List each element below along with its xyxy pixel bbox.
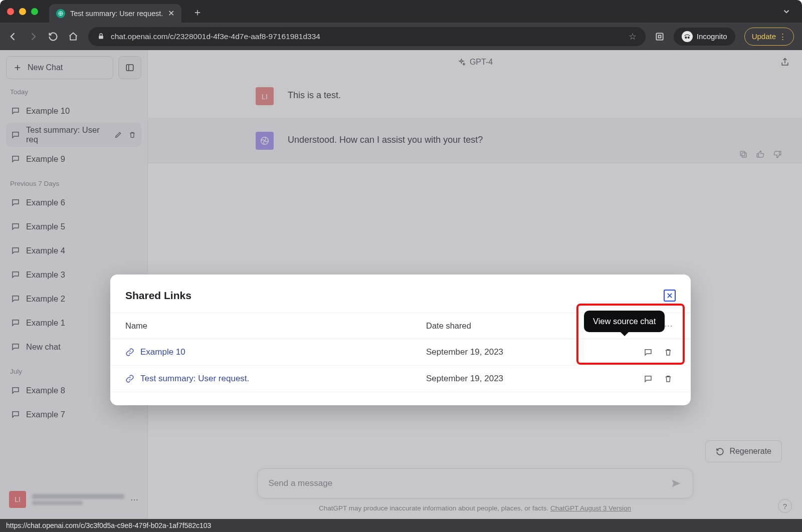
delete-link-icon[interactable] [664,348,673,357]
forward-button[interactable] [28,32,39,42]
modal-title: Shared Links [125,290,191,302]
tooltip-view-source: View source chat [584,311,665,332]
table-row: Test summary: User request. September 19… [110,366,691,392]
shared-links-modal: Shared Links Name Date shared ⋯ Example … [110,275,691,405]
tab-strip: Test summary: User request. ✕ ＋ [0,0,802,23]
view-source-icon[interactable] [644,348,653,357]
shared-link-name[interactable]: Example 10 [140,347,185,357]
address-bar[interactable]: chat.openai.com/c/2328001d-4f3e-4d7e-aaf… [88,27,646,46]
svg-rect-3 [658,35,661,38]
close-window-icon[interactable] [7,8,14,15]
tab-overflow-icon[interactable] [782,7,795,16]
svg-point-4 [685,36,687,38]
col-name: Name [125,321,426,331]
back-button[interactable] [8,32,19,42]
lock-icon [97,33,105,40]
link-icon [125,348,134,357]
minimize-window-icon[interactable] [19,8,26,15]
status-url: https://chat.openai.com/c/3c3f0d5a-c9e8-… [6,521,211,529]
svg-rect-1 [99,36,103,39]
app-body: New Chat Today Example 10 Test summary: … [0,50,802,519]
browser-menu-icon[interactable]: ⋮ [779,32,786,41]
modal-close-button[interactable] [664,290,676,302]
browser-chrome: Test summary: User request. ✕ ＋ chat.ope… [0,0,802,50]
incognito-badge[interactable]: Incognito [674,28,735,46]
reload-button[interactable] [48,32,59,42]
browser-toolbar: chat.openai.com/c/2328001d-4f3e-4d7e-aaf… [0,23,802,50]
url-text: chat.openai.com/c/2328001d-4f3e-4d7e-aaf… [111,32,320,41]
new-tab-button[interactable]: ＋ [192,6,203,19]
window-controls [7,8,38,15]
shared-link-name[interactable]: Test summary: User request. [140,374,249,384]
browser-status-bar: https://chat.openai.com/c/3c3f0d5a-c9e8-… [0,519,802,532]
tab-close-icon[interactable]: ✕ [168,9,174,18]
update-label: Update [752,32,776,41]
tab-title: Test summary: User request. [70,10,163,18]
home-button[interactable] [68,32,79,42]
openai-favicon-icon [56,9,65,18]
svg-rect-2 [656,33,663,40]
update-button[interactable]: Update ⋮ [744,28,794,46]
view-source-icon[interactable] [644,374,653,383]
bookmark-icon[interactable]: ☆ [629,31,637,42]
incognito-label: Incognito [697,32,727,41]
link-icon [125,374,134,383]
delete-link-icon[interactable] [664,374,673,383]
table-row: Example 10 September 19, 2023 [110,339,691,366]
extensions-icon[interactable] [655,32,665,42]
svg-point-5 [687,36,689,38]
shared-link-date: September 19, 2023 [426,347,617,357]
maximize-window-icon[interactable] [31,8,38,15]
incognito-icon [682,31,693,42]
browser-tab[interactable]: Test summary: User request. ✕ [49,4,181,23]
shared-link-date: September 19, 2023 [426,374,617,384]
